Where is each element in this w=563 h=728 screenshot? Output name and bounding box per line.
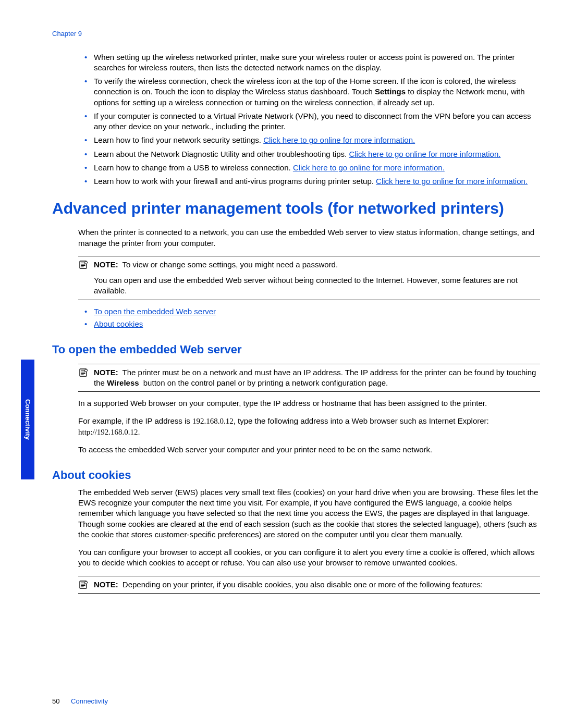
note-label: NOTE: [94,368,118,377]
text: For example, if the IP address is [78,416,192,425]
subsection2-body: The embedded Web server (EWS) places ver… [78,487,540,594]
top-bullet-list: When setting up the wireless networked p… [82,52,540,187]
text: . [138,427,140,436]
note-box-password: NOTE: To view or change some settings, y… [78,256,540,300]
page-number: 50 [52,697,59,705]
bullet-item: When setting up the wireless networked p… [82,52,540,73]
bullet-item: Learn how to work with your firewall and… [82,176,540,187]
top-bullet-block: When setting up the wireless networked p… [78,52,540,187]
text: Learn how to find your network security … [94,135,263,144]
sub1-para3: To access the embedded Web server your c… [78,445,540,455]
note-box-cookies: NOTE: Depending on your printer, if you … [78,576,540,594]
internal-link[interactable]: About cookies [94,319,143,328]
note-body: NOTE: Depending on your printer, if you … [94,579,539,590]
ip-address: 192.168.0.12 [192,417,234,425]
subsection1-body: NOTE: The printer must be on a network a… [78,364,540,455]
sidebar-tab-connectivity: Connectivity [21,360,34,479]
external-link[interactable]: Click here to go online for more informa… [263,135,415,144]
bullet-item: If your computer is connected to a Virtu… [82,111,540,132]
text: button on the control panel or by printi… [141,378,388,387]
external-link[interactable]: Click here to go online for more informa… [376,177,528,186]
internal-link[interactable]: To open the embedded Web server [94,307,216,316]
section-intro-block: When the printer is connected to a netwo… [78,227,540,329]
external-link[interactable]: Click here to go online for more informa… [293,163,445,172]
note-body: NOTE: The printer must be on a network a… [94,367,539,389]
sidebar-label: Connectivity [23,399,32,440]
text: Learn how to change from a USB to wirele… [94,163,293,172]
page-footer: 50 Connectivity [52,697,108,706]
text: Learn about the Network Diagnostic Utili… [94,150,349,158]
note-box-ip: NOTE: The printer must be on a network a… [78,364,540,392]
text: When setting up the wireless networked p… [94,53,515,72]
chapter-header: Chapter 9 [52,29,540,39]
note-body: NOTE: To view or change some settings, y… [94,260,539,297]
link-list-item: To open the embedded Web server [82,306,540,317]
subsection-open-ews: To open the embedded Web server [52,342,540,357]
bullet-item: Learn how to change from a USB to wirele… [82,163,540,173]
footer-title: Connectivity [71,697,108,705]
cookies-para2: You can configure your browser to accept… [78,547,540,569]
bullet-item: To verify the wireless connection, check… [82,76,540,108]
intro-paragraph: When the printer is connected to a netwo… [78,227,540,249]
sub1-para2: For example, if the IP address is 192.16… [78,416,540,437]
note-icon [79,580,89,590]
note-icon [79,260,89,297]
bullet-item: Learn how to find your network security … [82,135,540,145]
bullet-item: Learn about the Network Diagnostic Utili… [82,149,540,159]
subsection-cookies: About cookies [52,467,540,483]
note-label: NOTE: [94,580,118,589]
link-list: To open the embedded Web serverAbout coo… [82,306,540,330]
note-icon [79,368,89,389]
sub1-para1: In a supported Web browser on your compu… [78,398,540,409]
cookies-para1: The embedded Web server (EWS) places ver… [78,487,540,540]
link-list-item: About cookies [82,319,540,329]
note-text-2: You can open and use the embedded Web se… [94,275,539,297]
bold-text: Settings [375,87,406,96]
text: If your computer is connected to a Virtu… [94,112,531,131]
external-link[interactable]: Click here to go online for more informa… [349,150,500,158]
note-text: Depending on your printer, if you disabl… [123,580,483,589]
example-url: http://192.168.0.12 [78,428,138,436]
bold-text: Wireless [107,378,139,387]
text: , type the following address into a Web … [234,416,489,425]
text: Learn how to work with your firewall and… [94,177,376,186]
section-title: Advanced printer management tools (for n… [52,199,540,218]
note-text: To view or change some settings, you mig… [123,260,338,269]
note-label: NOTE: [94,260,118,269]
